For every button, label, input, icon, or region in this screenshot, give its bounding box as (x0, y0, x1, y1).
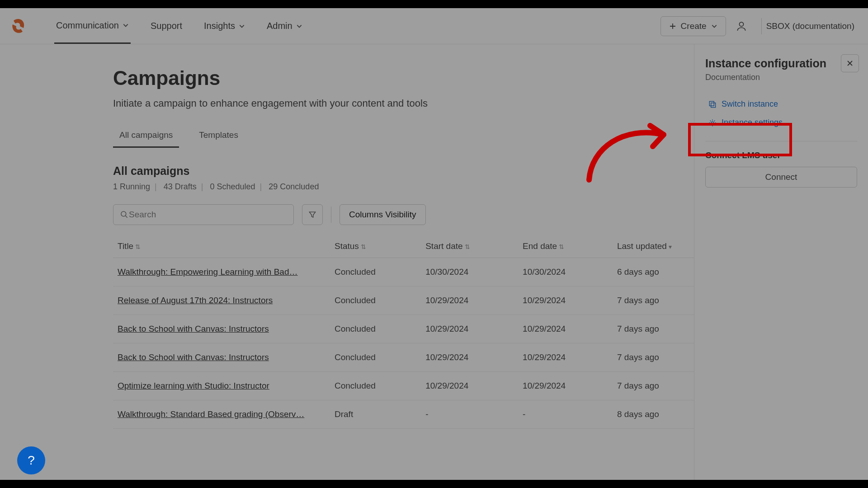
help-fab[interactable]: ? (17, 446, 45, 474)
dim-overlay (0, 0, 868, 488)
